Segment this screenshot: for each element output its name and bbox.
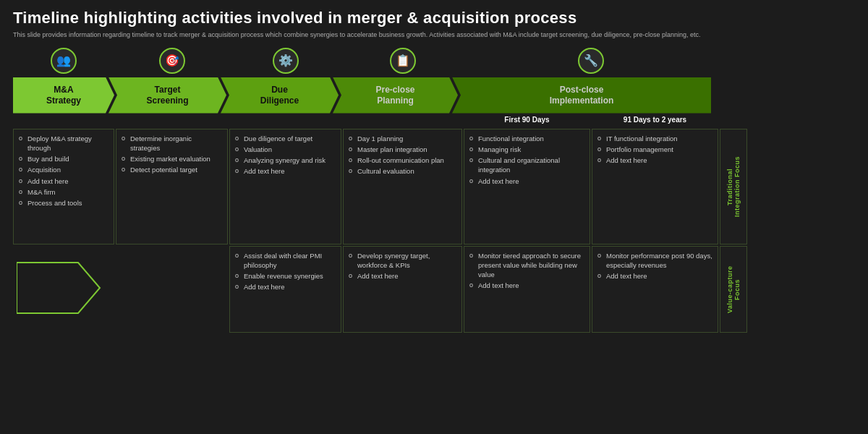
list-val-due: Assist deal with clear PMI philosophy En… — [235, 251, 336, 292]
item: Buy and build — [19, 154, 109, 163]
banner-target-screening: Target Screening — [109, 77, 226, 114]
cell-trad-post91: IT functional integration Portfolio mana… — [592, 129, 718, 244]
list-trad-ma: Deploy M&A strategy through Buy and buil… — [19, 134, 109, 208]
icon-placeholder — [720, 47, 747, 76]
item: Determine inorganic strategies — [122, 134, 222, 153]
item: Add text here — [19, 176, 109, 186]
item: Add text here — [597, 156, 712, 165]
item: Add text here — [235, 166, 336, 176]
item: Day 1 planning — [349, 134, 456, 143]
item: Monitor tiered approach to secure presen… — [469, 251, 584, 280]
svg-marker-0 — [17, 263, 100, 313]
item: Cultural evaluation — [349, 166, 456, 176]
item: Add text here — [349, 271, 456, 281]
cell-val-pre: Develop synergy target, workforce & KPIs… — [343, 246, 462, 333]
list-val-post91: Monitor performance post 90 days, especi… — [597, 251, 712, 281]
cell-trad-target: Determine inorganic strategies Existing … — [116, 129, 228, 244]
item: M&A firm — [19, 187, 109, 197]
item: Functional integration — [469, 134, 584, 143]
sub-empty-5 — [720, 116, 747, 127]
icon-pre-close: 📋 — [343, 47, 462, 76]
cell-val-post91: Monitor performance post 90 days, especi… — [592, 246, 718, 333]
item: Detect potential target — [122, 165, 222, 174]
sub-empty-4 — [343, 116, 462, 127]
banner-placeholder — [711, 77, 739, 114]
side-label-traditional: Traditional Integration Focus — [720, 129, 747, 244]
item: Due diligence of target — [235, 134, 336, 143]
item: Add text here — [469, 281, 584, 290]
icon-due-diligence: ⚙️ — [229, 47, 341, 76]
item: Deploy M&A strategy through — [19, 134, 109, 153]
list-trad-post91: IT functional integration Portfolio mana… — [597, 134, 712, 166]
cell-trad-pre: Day 1 planning Master plan integration R… — [343, 129, 462, 244]
cell-trad-ma: Deploy M&A strategy through Buy and buil… — [13, 129, 114, 244]
item: Portfolio management — [597, 145, 712, 154]
banner-post-close: Post-close Implementation — [452, 77, 711, 114]
item: Acquisition — [19, 165, 109, 174]
icon-target-screening: 🎯 — [116, 47, 228, 76]
slide-title: Timeline highlighting activities involve… — [13, 9, 855, 27]
icon-post-close: 🔧 — [464, 47, 718, 76]
cell-val-due: Assist deal with clear PMI philosophy En… — [229, 246, 341, 333]
item: Existing market evaluation — [122, 154, 222, 163]
list-val-pre: Develop synergy target, workforce & KPIs… — [349, 251, 456, 281]
arrow-graphic — [17, 252, 111, 324]
banner-pre-close: Pre-close Planning — [333, 77, 458, 114]
list-trad-pre: Day 1 planning Master plan integration R… — [349, 134, 456, 176]
item: Master plan integration — [349, 145, 456, 154]
item: Enable revenue synergies — [235, 271, 336, 281]
list-val-post90: Monitor tiered approach to secure presen… — [469, 251, 584, 291]
slide-subtitle: This slide provides information regardin… — [13, 30, 855, 40]
side-label-value: Value-capture Focus — [720, 246, 747, 333]
item: Cultural and organizational integration — [469, 156, 584, 175]
cell-trad-post90: Functional integration Managing risk Cul… — [464, 129, 590, 244]
item: Managing risk — [469, 145, 584, 154]
item: Valuation — [235, 145, 336, 154]
item: Process and tools — [19, 198, 109, 208]
item: Monitor performance post 90 days, especi… — [597, 251, 712, 271]
cell-val-target — [116, 246, 228, 333]
sub-empty-2 — [116, 116, 228, 127]
item: IT functional integration — [597, 134, 712, 143]
sub-empty-1 — [13, 116, 114, 127]
sub-header-91to2: 91 Days to 2 years — [592, 116, 718, 127]
item: Add text here — [469, 176, 584, 186]
cell-trad-due: Due diligence of target Valuation Analyz… — [229, 129, 341, 244]
item: Roll-out communication plan — [349, 156, 456, 165]
banner-due-diligence: Due Diligence — [221, 77, 339, 114]
cell-val-post90: Monitor tiered approach to secure presen… — [464, 246, 590, 333]
list-trad-due: Due diligence of target Valuation Analyz… — [235, 134, 336, 176]
sub-header-first90: First 90 Days — [464, 116, 590, 127]
item: Analyzing synergy and risk — [235, 156, 336, 165]
list-trad-post90: Functional integration Managing risk Cul… — [469, 134, 584, 186]
icon-ma-strategy: 👥 — [13, 47, 114, 76]
item: Develop synergy target, workforce & KPIs — [349, 251, 456, 271]
slide: Timeline highlighting activities involve… — [0, 0, 868, 434]
banner-ma-strategy: M&A Strategy — [13, 77, 114, 114]
cell-val-ma — [13, 246, 114, 333]
item: Add text here — [597, 271, 712, 281]
sub-empty-3 — [229, 116, 341, 127]
item: Assist deal with clear PMI philosophy — [235, 251, 336, 271]
list-trad-target: Determine inorganic strategies Existing … — [122, 134, 222, 175]
item: Add text here — [235, 282, 336, 292]
